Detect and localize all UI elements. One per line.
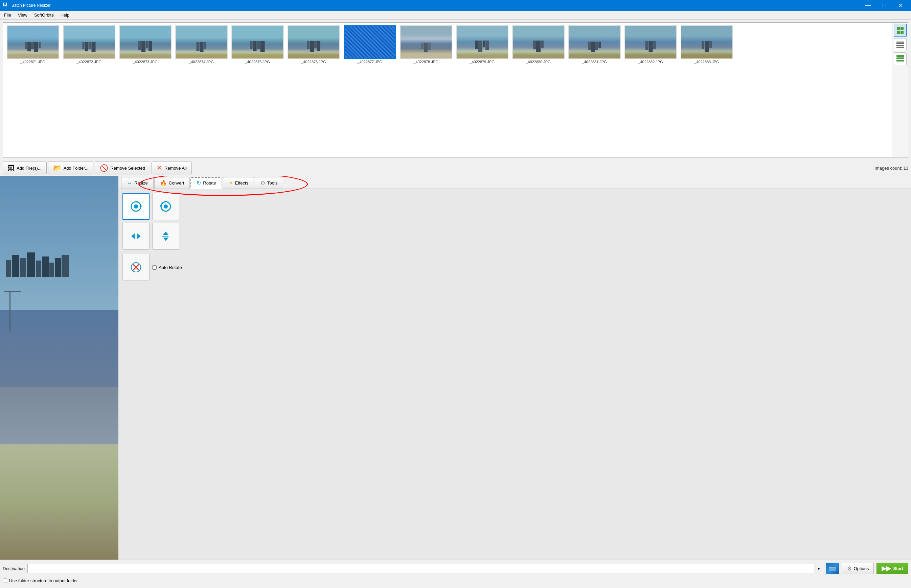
list-item[interactable]: _4022882.JPG (624, 25, 678, 64)
start-label: Start (893, 566, 903, 571)
image-filename: _4022883.JPG (694, 60, 719, 64)
list-item[interactable]: _4022873.JPG (118, 25, 172, 64)
rotate-cw-button[interactable] (122, 193, 149, 220)
menu-bar: File View SoftOrbits Help (0, 11, 911, 19)
remove-all-button[interactable]: ✕ Remove All (152, 162, 192, 174)
list-item[interactable]: _4022875.JPG (230, 25, 285, 64)
rotate-icon: ↻ (196, 180, 201, 186)
options-button[interactable]: ⚙ Options (842, 563, 874, 574)
tab-convert[interactable]: 🔥 Convert (154, 177, 190, 189)
svg-rect-0 (897, 27, 900, 30)
image-filename: _4022878.JPG (413, 60, 438, 64)
list-item[interactable]: _4022872.JPG (62, 25, 116, 64)
list-item[interactable]: _4022881.JPG (567, 25, 621, 64)
add-folder-icon: 📂 (53, 164, 62, 172)
folder-structure-row: Use folder structure in output folder (0, 577, 911, 586)
image-filename: _4022877.JPG (357, 60, 382, 64)
thumbnail-view-btn[interactable] (894, 24, 906, 37)
menu-help[interactable]: Help (58, 11, 72, 19)
svg-rect-3 (901, 31, 904, 34)
tabs: ↔ Resize 🔥 Convert ↻ Rotate ✦ Effects (118, 176, 911, 189)
destination-input-wrapper: ▾ (28, 564, 823, 573)
svg-point-15 (164, 204, 168, 208)
close-button[interactable]: ✕ (893, 0, 908, 11)
list-item[interactable]: _4022874.JPG (174, 25, 229, 64)
effects-icon: ✦ (229, 180, 233, 186)
add-files-button[interactable]: 🖼 Add File(s)... (3, 162, 47, 174)
minimize-button[interactable]: — (860, 0, 876, 11)
folder-structure-label: Use folder structure in output folder (9, 578, 78, 583)
rotate-ccw-button[interactable] (152, 193, 179, 220)
list-item[interactable]: _4022878.JPG (399, 25, 453, 64)
menu-view[interactable]: View (15, 11, 30, 19)
flip-horizontal-button[interactable] (122, 223, 149, 250)
image-grid: _4022871.JPG _4022872.JPG (3, 23, 891, 66)
svg-rect-6 (896, 45, 904, 46)
destination-bar: Destination ▾ ⚙ Options ▶▶ Start (0, 560, 911, 577)
folder-structure-checkbox[interactable] (3, 578, 7, 583)
resize-icon: ↔ (127, 180, 132, 186)
view-options-panel (892, 23, 908, 157)
list-item[interactable]: _4022877.JPG (343, 25, 397, 64)
main-content: _4022871.JPG _4022872.JPG (0, 19, 911, 586)
svg-rect-7 (896, 47, 904, 48)
tab-rotate[interactable]: ↻ Rotate (190, 177, 222, 189)
svg-rect-2 (897, 31, 900, 34)
remove-selected-icon: 🚫 (100, 164, 108, 172)
destination-folder-button[interactable] (826, 563, 839, 574)
options-label: Options (854, 566, 869, 571)
details-view-btn[interactable] (894, 52, 906, 65)
rotate-options-grid (122, 193, 179, 250)
tab-effects[interactable]: ✦ Effects (223, 177, 254, 189)
rotate-content: Auto Rotate (118, 189, 911, 560)
image-filename: _4022879.JPG (470, 60, 494, 64)
svg-rect-9 (896, 57, 904, 59)
list-item[interactable]: _4022880.JPG (511, 25, 565, 64)
resize-label: Resize (134, 181, 148, 186)
images-count: Images count: 13 (874, 166, 908, 171)
menu-softorbits[interactable]: SoftOrbits (31, 11, 57, 19)
start-icon: ▶▶ (882, 565, 891, 572)
list-view-btn[interactable] (894, 38, 906, 51)
svg-marker-13 (139, 204, 142, 207)
auto-rotate-checkbox[interactable] (152, 265, 157, 270)
tab-resize[interactable]: ↔ Resize (121, 177, 154, 189)
remove-selected-label: Remove Selected (110, 166, 145, 171)
auto-rotate-button[interactable] (122, 254, 149, 281)
menu-file[interactable]: File (2, 11, 14, 19)
svg-rect-8 (896, 55, 904, 57)
auto-rotate-checkbox-row: Auto Rotate (152, 265, 182, 270)
tools-icon: ⚙ (261, 180, 265, 186)
convert-icon: 🔥 (160, 180, 167, 186)
title-bar: 🖼 Batch Picture Resizer — □ ✕ (0, 0, 911, 11)
svg-marker-20 (163, 237, 169, 241)
list-item[interactable]: _4022883.JPG (679, 25, 734, 64)
rotate-label: Rotate (203, 181, 216, 186)
start-button[interactable]: ▶▶ Start (877, 563, 908, 574)
bottom-section: ↔ Resize 🔥 Convert ↻ Rotate ✦ Effects (0, 176, 911, 560)
preview-panel (0, 176, 118, 560)
maximize-button[interactable]: □ (877, 0, 892, 11)
destination-input[interactable] (28, 564, 815, 573)
list-item[interactable]: _4022879.JPG (455, 25, 509, 64)
svg-marker-19 (163, 231, 169, 235)
add-folder-label: Add Folder... (63, 166, 89, 171)
image-filename: _4022881.JPG (582, 60, 606, 64)
list-item[interactable]: _4022871.JPG (6, 25, 60, 64)
remove-all-icon: ✕ (157, 164, 162, 172)
image-filename: _4022873.JPG (133, 60, 157, 64)
add-files-label: Add File(s)... (16, 166, 42, 171)
svg-rect-4 (896, 42, 904, 43)
file-toolbar: 🖼 Add File(s)... 📂 Add Folder... 🚫 Remov… (0, 160, 911, 176)
add-folder-button[interactable]: 📂 Add Folder... (48, 162, 94, 174)
tab-tools[interactable]: ⚙ Tools (255, 177, 283, 189)
tools-label: Tools (267, 181, 277, 186)
destination-label: Destination (3, 566, 25, 571)
destination-dropdown-button[interactable]: ▾ (815, 564, 823, 573)
auto-rotate-row: Auto Rotate (122, 254, 907, 281)
list-item[interactable]: _4022876.JPG (287, 25, 340, 64)
remove-selected-button[interactable]: 🚫 Remove Selected (95, 162, 150, 174)
app-title: Batch Picture Resizer (11, 3, 860, 8)
flip-vertical-button[interactable] (152, 223, 179, 250)
auto-rotate-label: Auto Rotate (159, 265, 182, 270)
